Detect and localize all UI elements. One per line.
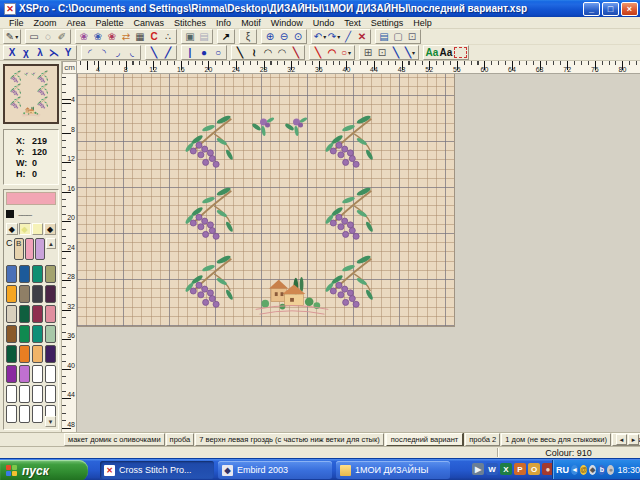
design-preview[interactable] — [3, 64, 59, 124]
palette-swatch[interactable] — [6, 305, 17, 323]
menu-palette[interactable]: Palette — [91, 18, 129, 28]
backstitch-tool[interactable]: ╲ — [234, 46, 247, 59]
media-player-icon[interactable]: ▶ — [472, 463, 484, 475]
zoom-100-tool[interactable]: ⊙ — [292, 30, 305, 43]
three-quarter-stitch-tool-2[interactable]: λ — [34, 46, 47, 59]
minimize-button[interactable]: _ — [583, 2, 600, 16]
palette-swatch[interactable] — [45, 265, 56, 283]
palette-swatch[interactable] — [32, 265, 43, 283]
menu-text[interactable]: Text — [339, 18, 366, 28]
design-tab[interactable]: последний вариант — [385, 432, 465, 446]
start-button[interactable]: пуск — [0, 460, 88, 480]
bead-filled-tool[interactable]: ● — [198, 46, 211, 59]
design-tab[interactable]: 7 верхн левая гроздь (с частью ниж ветки… — [195, 433, 384, 446]
palette-swatch[interactable] — [45, 285, 56, 303]
messenger-icon[interactable]: @ — [580, 465, 587, 475]
palette-swatch[interactable] — [6, 345, 17, 363]
half-stitch-back-tool[interactable]: ╲ — [148, 46, 161, 59]
menu-motif[interactable]: Motif — [236, 18, 266, 28]
palette-swatch[interactable] — [19, 365, 30, 383]
menu-help[interactable]: Help — [408, 18, 437, 28]
redwork-curve-tool[interactable]: ◠ — [326, 46, 339, 59]
quarter-stitch-tool-bl[interactable]: ◟ — [126, 46, 139, 59]
word-icon[interactable]: W — [486, 463, 498, 475]
palette-swatch[interactable] — [19, 305, 30, 323]
palette-swatch[interactable] — [32, 285, 43, 303]
redwork-circle-tool[interactable]: ○▾ — [340, 46, 353, 59]
palette-swatch[interactable] — [19, 325, 30, 343]
hide-icons-chevron[interactable]: ◄ — [571, 465, 578, 475]
design-tab[interactable]: проба 2 — [465, 433, 500, 446]
pattern-fill-tool[interactable]: ▦ — [134, 30, 147, 43]
palette-swatch[interactable] — [32, 385, 43, 403]
motif-stamp-tool[interactable]: ❀ — [78, 30, 91, 43]
backstitch-branch-tool[interactable]: ≀ — [248, 46, 261, 59]
menu-area[interactable]: Area — [62, 18, 91, 28]
new-page-button[interactable]: ▢ — [392, 30, 405, 43]
palette-swatch[interactable] — [32, 345, 43, 363]
three-quarter-stitch-tool-4[interactable]: Y — [62, 46, 75, 59]
pencil-tool[interactable]: ✎▾ — [6, 30, 19, 43]
motif-copy-tool[interactable]: ❀ — [92, 30, 105, 43]
pale-yellow-selected-button[interactable]: ◆ — [19, 223, 31, 235]
top-swatch-3[interactable] — [35, 238, 45, 260]
palette-swatch[interactable] — [19, 405, 30, 423]
outlook-icon[interactable]: O — [528, 463, 540, 475]
menu-undo[interactable]: Undo — [308, 18, 340, 28]
lasso-select-tool[interactable]: ◌ — [42, 30, 55, 43]
language-indicator[interactable]: RU — [556, 465, 569, 475]
pencil-tool-dropdown[interactable]: ▾ — [15, 33, 18, 40]
pen-mark-tool[interactable]: ╱ — [342, 30, 355, 43]
tab-scroll-right-button[interactable]: ► — [628, 434, 639, 445]
motif-library-tool[interactable]: ⊞ — [362, 46, 375, 59]
palette-swatch[interactable] — [6, 365, 17, 383]
backstitch-curve-tool-2[interactable]: ◠ — [276, 46, 289, 59]
motif-edit-tool[interactable]: ⊡ — [376, 46, 389, 59]
palette-swatch[interactable] — [19, 285, 30, 303]
palette-swatch[interactable] — [6, 405, 17, 423]
menu-file[interactable]: File — [4, 18, 29, 28]
backstitch-curve-tool-1[interactable]: ◠ — [262, 46, 275, 59]
design-tab[interactable]: 1 дом (не весь для стыковки) — [501, 433, 611, 446]
backstitch-color-tool[interactable]: ╲ — [290, 46, 303, 59]
knot-black-left-button[interactable]: ◆ — [6, 223, 18, 235]
three-quarter-stitch-tool-1[interactable]: χ — [20, 46, 33, 59]
undo-button[interactable]: ↶▾ — [314, 30, 327, 43]
pale-yellow-button[interactable] — [32, 223, 44, 235]
stitch-canvas[interactable] — [77, 74, 455, 327]
palette-swatch[interactable] — [6, 325, 17, 343]
undo-button-dropdown[interactable]: ▾ — [323, 33, 326, 40]
rect-select-tool[interactable]: ▭ — [28, 30, 41, 43]
flip-tool[interactable]: ⇄ — [120, 30, 133, 43]
palette-swatch[interactable] — [6, 265, 17, 283]
task-button[interactable]: ◆Embird 2003 — [218, 461, 332, 479]
menu-stitches[interactable]: Stitches — [169, 18, 211, 28]
redo-button-dropdown[interactable]: ▾ — [337, 33, 340, 40]
redwork-line-tool[interactable]: ╲ — [312, 46, 325, 59]
print-preview-tool[interactable]: ▤ — [198, 30, 211, 43]
delete-tool[interactable]: ✕ — [356, 30, 369, 43]
palette-swatch[interactable] — [45, 385, 56, 403]
palette-swatch[interactable] — [6, 285, 17, 303]
design-tab[interactable]: проба — [166, 433, 195, 446]
palette-swatch[interactable] — [45, 325, 56, 343]
palette-swatch[interactable] — [45, 365, 56, 383]
screen-preview-tool[interactable]: ▣ — [184, 30, 197, 43]
palette-scroll-down-button[interactable]: ▼ — [45, 416, 56, 427]
palette-scroll-up-button[interactable]: ▲ — [46, 238, 56, 249]
quarter-stitch-tool-tr[interactable]: ◝ — [98, 46, 111, 59]
bead-hollow-tool[interactable]: ○ — [212, 46, 225, 59]
palette-swatch[interactable] — [32, 325, 43, 343]
zoom-in-tool[interactable]: ⊕ — [264, 30, 277, 43]
top-swatch-2[interactable] — [25, 238, 35, 260]
palette-swatch[interactable] — [19, 385, 30, 403]
task-button[interactable]: 1МОИ ДИЗАЙНЫ — [336, 461, 450, 479]
freehand-select-tool[interactable]: ✐ — [56, 30, 69, 43]
french-knot-pin-tool[interactable]: | — [184, 46, 197, 59]
line-style-tool-1[interactable]: ╲ — [390, 46, 403, 59]
motif-paste-tool[interactable]: ❀ — [106, 30, 119, 43]
line-style-tool-2-dropdown[interactable]: ▾ — [412, 49, 415, 56]
design-tab[interactable]: макет домик с оливочками — [64, 433, 165, 446]
text-color-tool[interactable]: Aa — [426, 46, 439, 59]
menu-window[interactable]: Window — [266, 18, 308, 28]
